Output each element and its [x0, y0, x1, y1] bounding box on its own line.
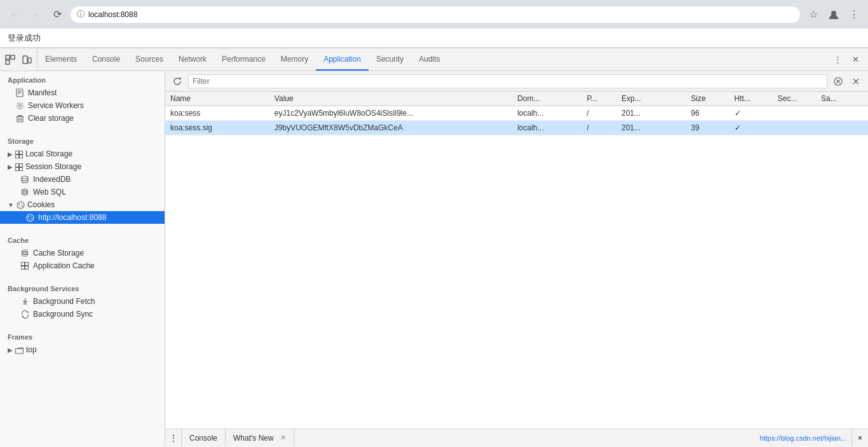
col-header-samesite[interactable]: Sa...: [816, 92, 868, 106]
close-devtools-button[interactable]: ✕: [848, 52, 863, 67]
col-header-value[interactable]: Value: [269, 92, 512, 106]
sidebar-item-background-fetch[interactable]: Background Fetch: [0, 295, 165, 308]
svg-point-36: [19, 206, 20, 207]
cell-domain-0: localh...: [512, 106, 581, 121]
indexeddb-label: IndexedDB: [33, 175, 71, 184]
cell-name-0: koa:sess: [165, 106, 269, 121]
cell-samesite-0: [816, 106, 868, 121]
filter-bar: [165, 71, 868, 92]
svg-rect-19: [16, 151, 19, 154]
sidebar-item-cookie-localhost[interactable]: http://localhost:8088: [0, 211, 165, 224]
sidebar-item-background-sync[interactable]: Background Sync: [0, 308, 165, 320]
background-sync-label: Background Sync: [33, 310, 93, 319]
svg-point-38: [27, 214, 34, 221]
close-filter-button[interactable]: [849, 74, 863, 88]
more-button[interactable]: ⋮: [845, 6, 863, 24]
trash-icon: [15, 114, 24, 123]
devtools-panel: Elements Console Sources Network Perform…: [0, 48, 868, 446]
svg-rect-24: [20, 163, 23, 167]
col-header-name[interactable]: Name: [165, 92, 269, 106]
sidebar-item-frames-top[interactable]: ▶ top: [0, 343, 165, 356]
tab-sources[interactable]: Sources: [128, 48, 171, 71]
cell-http-1: ✓: [729, 121, 773, 135]
svg-point-40: [30, 216, 31, 217]
refresh-button[interactable]: [170, 74, 184, 88]
cell-domain-1: localh...: [512, 121, 581, 135]
db-stack-icon: [20, 188, 29, 196]
bottom-tab-console[interactable]: Console: [182, 429, 226, 446]
cell-samesite-1: [816, 121, 868, 135]
svg-rect-22: [20, 155, 23, 158]
folder-icon: [15, 345, 24, 354]
svg-point-10: [18, 104, 21, 107]
sidebar-item-web-sql[interactable]: Web SQL: [0, 186, 165, 198]
filter-input[interactable]: [188, 74, 827, 88]
tab-network[interactable]: Network: [171, 48, 214, 71]
customize-devtools-button[interactable]: ⋮: [830, 52, 845, 67]
sidebar-item-manifest[interactable]: Manifest: [0, 86, 165, 99]
tab-elements[interactable]: Elements: [37, 48, 85, 71]
table-row[interactable]: koa:sess.sig J9byVUOGEMftX8W5vDbZMaGkCeA…: [165, 121, 868, 135]
cookie-table: Name Value Dom... P... Exp... Size Htt..…: [165, 92, 868, 429]
tab-console[interactable]: Console: [85, 48, 128, 71]
address-bar[interactable]: ⓘ localhost:8088: [70, 6, 801, 24]
gear-icon: [15, 101, 24, 110]
section-header-application: Application: [0, 71, 165, 86]
filter-clear-button[interactable]: [831, 74, 845, 88]
sidebar-item-indexeddb[interactable]: IndexedDB: [0, 173, 165, 186]
col-header-domain[interactable]: Dom...: [512, 92, 581, 106]
sidebar-item-local-storage[interactable]: ▶ Local Storage: [0, 148, 165, 160]
sidebar-item-session-storage[interactable]: ▶ Session Storage: [0, 160, 165, 173]
device-mode-button[interactable]: [19, 52, 34, 67]
cell-http-0: ✓: [729, 106, 773, 121]
service-workers-label: Service Workers: [28, 101, 84, 110]
svg-rect-26: [20, 167, 23, 170]
reload-button[interactable]: ⟳: [48, 6, 66, 24]
forward-button[interactable]: →: [27, 6, 44, 24]
clear-storage-label: Clear storage: [28, 114, 74, 123]
bottom-tab-menu[interactable]: ⋮: [165, 429, 182, 446]
svg-rect-5: [28, 58, 31, 63]
back-button[interactable]: ←: [5, 6, 23, 24]
tab-security[interactable]: Security: [369, 48, 411, 71]
grid-icon-session: [15, 162, 23, 171]
col-header-secure[interactable]: Sec...: [773, 92, 816, 106]
sidebar-item-cache-storage[interactable]: Cache Storage: [0, 247, 165, 259]
inspect-element-button[interactable]: [3, 52, 18, 67]
profile-button[interactable]: [825, 6, 843, 24]
tab-memory[interactable]: Memory: [273, 48, 316, 71]
tab-audits[interactable]: Audits: [411, 48, 447, 71]
svg-point-33: [17, 202, 24, 209]
whats-new-close-button[interactable]: ✕: [280, 434, 286, 442]
col-header-expires[interactable]: Exp...: [616, 92, 686, 106]
section-header-frames: Frames: [0, 328, 165, 343]
bottom-tab-whats-new[interactable]: What's New ✕: [226, 429, 294, 446]
cell-size-0: 96: [686, 106, 729, 121]
sidebar-item-application-cache[interactable]: Application Cache: [0, 259, 165, 272]
tab-application[interactable]: Application: [316, 48, 369, 71]
svg-rect-50: [22, 266, 25, 270]
sidebar-item-cookies[interactable]: ▼ Cookies: [0, 198, 165, 211]
bookmark-button[interactable]: ☆: [804, 6, 822, 24]
col-header-http[interactable]: Htt...: [729, 92, 773, 106]
svg-point-37: [22, 205, 23, 207]
devtools-toolbar-left: [0, 48, 37, 71]
sidebar-item-clear-storage[interactable]: Clear storage: [0, 112, 165, 125]
file-icon: [15, 88, 24, 97]
cookie-icon: [17, 200, 25, 209]
cell-value-1: J9byVUOGEMftX8W5vDbZMaGkCeA: [269, 121, 512, 135]
svg-rect-4: [23, 56, 27, 64]
table-row[interactable]: koa:sess eyJ1c2VyaW5mbyl6IuW8oOS4iSlsIl9…: [165, 106, 868, 121]
tab-performance[interactable]: Performance: [214, 48, 273, 71]
col-header-path[interactable]: P...: [581, 92, 616, 106]
browser-chrome: ← → ⟳ ⓘ localhost:8088 ☆ ⋮: [0, 0, 868, 29]
svg-point-30: [22, 193, 28, 195]
sidebar-item-service-workers[interactable]: Service Workers: [0, 99, 165, 112]
svg-rect-51: [25, 266, 29, 270]
background-sync-icon: [20, 310, 29, 319]
devtools-sidebar: Application Manifest Service Workers Cle…: [0, 71, 165, 446]
bottom-link[interactable]: https://blog.csdn.net/hijian...: [755, 434, 851, 442]
col-header-size[interactable]: Size: [686, 92, 729, 106]
svg-point-29: [22, 191, 28, 193]
bottom-close-button[interactable]: ×: [851, 429, 868, 446]
